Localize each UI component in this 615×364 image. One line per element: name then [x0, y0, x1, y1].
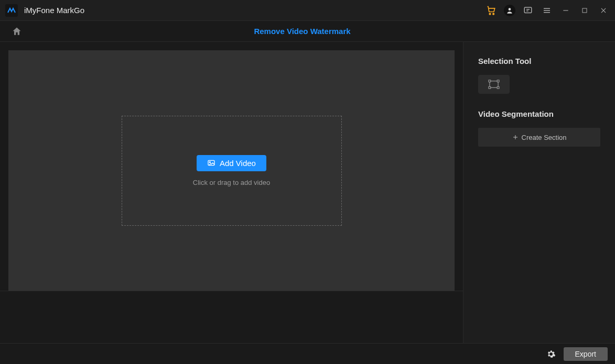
right-panel: Selection Tool Video Segmentation Create… [463, 42, 615, 343]
feedback-icon[interactable] [522, 4, 534, 17]
selection-tool-heading: Selection Tool [478, 57, 600, 65]
svg-rect-10 [489, 87, 491, 89]
video-dropzone[interactable]: Add Video Click or drag to add video [122, 116, 342, 226]
minimize-icon[interactable] [559, 4, 572, 17]
app-title: iMyFone MarkGo [24, 6, 84, 15]
titlebar-actions [485, 4, 610, 17]
svg-rect-9 [497, 80, 499, 82]
create-section-label: Create Section [522, 134, 567, 141]
create-section-button[interactable]: Create Section [478, 128, 600, 147]
main-area: Add Video Click or drag to add video Sel… [0, 42, 615, 343]
rectangle-select-tool[interactable] [478, 75, 510, 94]
timeline-area [0, 291, 463, 343]
app-logo [5, 4, 18, 17]
titlebar: iMyFone MarkGo [0, 0, 615, 21]
svg-point-6 [209, 162, 210, 163]
add-video-label: Add Video [220, 159, 256, 168]
svg-rect-4 [582, 8, 587, 13]
close-icon[interactable] [597, 4, 610, 17]
footer: Export [0, 343, 615, 364]
svg-point-0 [489, 13, 491, 14]
cart-icon[interactable] [485, 4, 498, 17]
menu-icon[interactable] [541, 4, 553, 17]
subheader: Remove Video Watermark [0, 21, 615, 42]
video-canvas: Add Video Click or drag to add video [8, 50, 455, 291]
add-video-button[interactable]: Add Video [197, 155, 266, 171]
maximize-icon[interactable] [578, 4, 591, 17]
svg-rect-11 [497, 87, 499, 89]
svg-rect-3 [524, 7, 532, 13]
svg-point-1 [493, 13, 494, 14]
dropzone-hint: Click or drag to add video [193, 179, 270, 186]
video-segmentation-heading: Video Segmentation [478, 109, 600, 118]
svg-point-2 [509, 8, 511, 10]
page-title: Remove Video Watermark [0, 27, 605, 36]
editor-column: Add Video Click or drag to add video [0, 42, 463, 343]
settings-icon[interactable] [545, 348, 557, 360]
export-button[interactable]: Export [564, 347, 608, 361]
user-icon[interactable] [504, 5, 515, 16]
svg-rect-8 [489, 80, 491, 82]
